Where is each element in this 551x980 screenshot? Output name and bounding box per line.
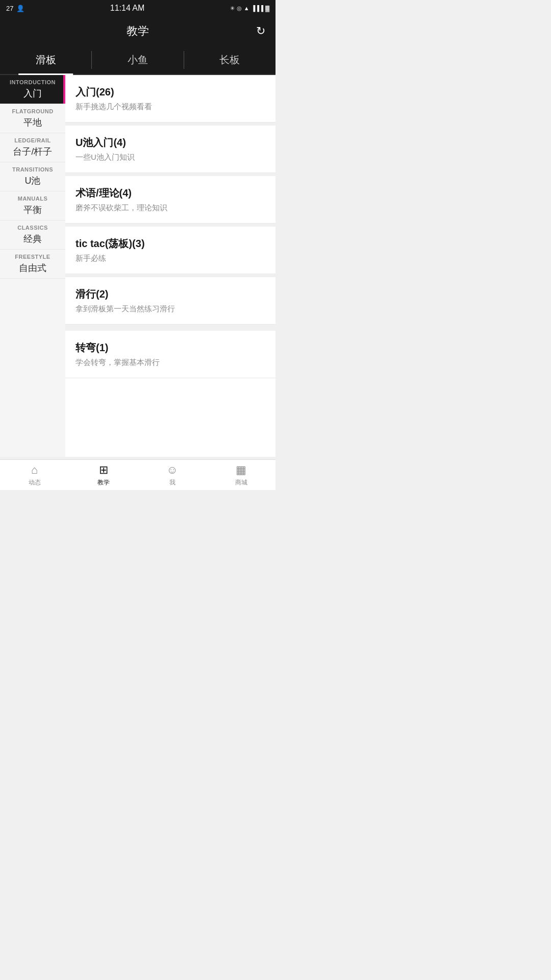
bottom-nav: ⌂ 动态 ⊞ 教学 ☺ 我 ▦ 商城 xyxy=(0,459,276,490)
sidebar-en-introduction: INTORDUCTION xyxy=(2,79,63,85)
sidebar-item-flatground[interactable]: FLATGROUND 平地 xyxy=(0,104,65,133)
status-right: ✳ ◎ ▲ ▐▐▐ ▓ xyxy=(230,5,269,12)
home-icon: ⌂ xyxy=(31,463,38,477)
sidebar-cn-freestyle: 自由式 xyxy=(2,262,63,274)
sidebar-item-introduction[interactable]: INTORDUCTION 入门 xyxy=(0,75,65,104)
battery-icon: ▓ xyxy=(265,5,269,11)
tab-fishboard[interactable]: 小鱼 xyxy=(92,46,183,74)
sidebar-cn-transitions: U池 xyxy=(2,175,63,187)
tab-longboard[interactable]: 长板 xyxy=(184,46,276,74)
content-subtitle-upool: 一些U池入门知识 xyxy=(76,153,265,162)
bottom-nav-tutorial[interactable]: ⊞ 教学 xyxy=(69,460,138,490)
grid-icon: ⊞ xyxy=(99,463,108,477)
sidebar-cn-classics: 经典 xyxy=(2,233,63,245)
sidebar-item-freestyle[interactable]: FREESTYLE 自由式 xyxy=(0,250,65,279)
bottom-nav-shop-label: 商城 xyxy=(235,478,247,487)
bluetooth-icon: ✳ xyxy=(230,5,235,12)
sidebar-cn-manuals: 平衡 xyxy=(2,204,63,216)
sidebar-cn-introduction: 入门 xyxy=(2,87,63,100)
content-title-tictac: tic tac(荡板)(3) xyxy=(76,237,265,251)
signal-icon: ▐▐▐ xyxy=(252,5,263,11)
tab-skateboard[interactable]: 滑板 xyxy=(0,46,91,74)
alarm-icon: ◎ xyxy=(237,5,242,12)
sidebar-item-ledgerail[interactable]: LEDGE/RAIL 台子/杆子 xyxy=(0,133,65,162)
notification-count: 27 xyxy=(6,5,13,12)
shop-icon: ▦ xyxy=(236,463,246,477)
sidebar-en-ledgerail: LEDGE/RAIL xyxy=(2,137,63,143)
page-title: 教学 xyxy=(127,24,149,37)
main-content: INTORDUCTION 入门 FLATGROUND 平地 LEDGE/RAIL… xyxy=(0,75,276,457)
content-title-turning: 转弯(1) xyxy=(76,341,265,355)
content-subtitle-skating: 拿到滑板第一天当然练习滑行 xyxy=(76,304,265,314)
status-left: 27 👤 xyxy=(6,5,24,12)
sidebar-en-freestyle: FREESTYLE xyxy=(2,254,63,260)
sidebar-en-flatground: FLATGROUND xyxy=(2,108,63,114)
person-icon: 👤 xyxy=(16,5,24,12)
user-icon: ☺ xyxy=(166,463,178,477)
bottom-nav-me[interactable]: ☺ 我 xyxy=(138,460,207,490)
content-item-upool[interactable]: U池入门(4) 一些U池入门知识 xyxy=(65,126,276,173)
bottom-nav-me-label: 我 xyxy=(169,478,176,487)
page-header: 教学 ↻ xyxy=(0,16,276,46)
content-item-theory[interactable]: 术语/理论(4) 磨斧不误砍柴工，理论知识 xyxy=(65,176,276,224)
content-item-skating[interactable]: 滑行(2) 拿到滑板第一天当然练习滑行 xyxy=(65,277,276,325)
refresh-button[interactable]: ↻ xyxy=(256,24,265,38)
bottom-nav-shop[interactable]: ▦ 商城 xyxy=(207,460,276,490)
content-item-intro[interactable]: 入门(26) 新手挑选几个视频看看 xyxy=(65,75,276,122)
sidebar-cn-flatground: 平地 xyxy=(2,116,63,129)
content-item-tictac[interactable]: tic tac(荡板)(3) 新手必练 xyxy=(65,227,276,274)
sidebar-en-classics: CLASSICS xyxy=(2,225,63,231)
content-title-theory: 术语/理论(4) xyxy=(76,186,265,200)
content-title-upool: U池入门(4) xyxy=(76,136,265,150)
sidebar-en-transitions: TRANSITIONS xyxy=(2,166,63,173)
content-item-turning[interactable]: 转弯(1) 学会转弯，掌握基本滑行 xyxy=(65,331,276,378)
content-list: 入门(26) 新手挑选几个视频看看 U池入门(4) 一些U池入门知识 术语/理论… xyxy=(65,75,276,457)
tab-bar: 滑板 小鱼 长板 xyxy=(0,46,276,75)
content-title-intro: 入门(26) xyxy=(76,85,265,99)
content-subtitle-intro: 新手挑选几个视频看看 xyxy=(76,102,265,112)
separator-5 xyxy=(65,325,276,331)
sidebar-cn-ledgerail: 台子/杆子 xyxy=(2,145,63,158)
bottom-nav-tutorial-label: 教学 xyxy=(97,478,110,487)
wifi-icon: ▲ xyxy=(244,5,249,11)
sidebar-item-transitions[interactable]: TRANSITIONS U池 xyxy=(0,162,65,191)
content-subtitle-tictac: 新手必练 xyxy=(76,254,265,263)
sidebar-item-manuals[interactable]: MANUALS 平衡 xyxy=(0,191,65,220)
content-subtitle-turning: 学会转弯，掌握基本滑行 xyxy=(76,358,265,368)
bottom-nav-feed[interactable]: ⌂ 动态 xyxy=(0,460,69,490)
status-bar: 27 👤 11:14 AM ✳ ◎ ▲ ▐▐▐ ▓ xyxy=(0,0,276,16)
sidebar-item-classics[interactable]: CLASSICS 经典 xyxy=(0,220,65,250)
sidebar: INTORDUCTION 入门 FLATGROUND 平地 LEDGE/RAIL… xyxy=(0,75,65,457)
content-title-skating: 滑行(2) xyxy=(76,287,265,301)
content-subtitle-theory: 磨斧不误砍柴工，理论知识 xyxy=(76,203,265,213)
bottom-nav-feed-label: 动态 xyxy=(29,478,41,487)
sidebar-en-manuals: MANUALS xyxy=(2,195,63,202)
status-time: 11:14 AM xyxy=(110,4,145,13)
